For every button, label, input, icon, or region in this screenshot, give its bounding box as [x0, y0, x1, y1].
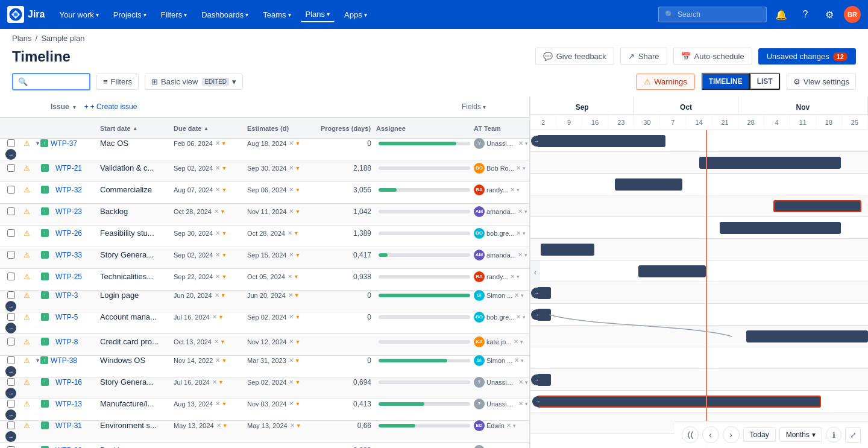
row-checkbox[interactable] — [4, 421, 18, 429]
issue-id[interactable]: WTP-31 — [51, 421, 99, 430]
row-checkbox[interactable] — [4, 251, 18, 259]
start-date-header[interactable]: Start date ▲ — [100, 125, 172, 132]
issue-id[interactable]: WTP-32 — [51, 186, 99, 194]
table-row[interactable]: ↑WTP-36Backlog3,889?Unassigned✕▾▾ — [0, 443, 529, 448]
timeline-bar[interactable]: → — [537, 309, 550, 321]
unsaved-changes-button[interactable]: Unsaved changes 12 — [758, 48, 856, 65]
table-row[interactable]: ⚠↑WTP-33Story Genera...Sep 02, 2024✕▼Sep… — [0, 247, 529, 269]
due-date-header[interactable]: Due date ▲ — [174, 125, 246, 132]
months-button[interactable]: Months ▾ — [779, 427, 822, 442]
list-tab[interactable]: LIST — [750, 73, 780, 90]
give-feedback-button[interactable]: 💬 Give feedback — [535, 48, 614, 65]
table-row[interactable]: ⚠↑WTP-13Manufacture/l...Aug 13, 2024✕▼No… — [0, 399, 529, 421]
nav-arrow[interactable]: → — [4, 301, 18, 312]
issue-id[interactable]: WTP-16 — [51, 378, 99, 386]
timeline-bar[interactable] — [615, 178, 682, 191]
timeline-bar[interactable]: → — [537, 287, 550, 299]
table-row[interactable]: ⚠▾↑WTP-38Windows OSNov 14, 2022✕▼Mar 31,… — [0, 356, 529, 377]
fields-button[interactable]: Fields ▾ — [462, 103, 476, 111]
timeline-bar[interactable]: → — [537, 135, 665, 147]
table-row[interactable]: ⚠▾↑WTP-37Mac OSFeb 06, 2024✕▼Aug 18, 202… — [0, 139, 529, 160]
nav-item-filters[interactable]: Filters ▾ — [156, 8, 192, 22]
nav-item-teams[interactable]: Teams ▾ — [258, 8, 295, 22]
breadcrumb-plan[interactable]: Sample plan — [41, 34, 84, 43]
auto-schedule-button[interactable]: 📅 Auto-schedule — [673, 48, 752, 65]
timeline-prev-prev-button[interactable]: ⟨⟨ — [682, 426, 699, 443]
nav-arrow[interactable]: → — [4, 409, 18, 420]
timeline-bar[interactable] — [746, 330, 868, 342]
nav-item-apps[interactable]: Apps ▾ — [339, 8, 372, 22]
issue-id[interactable]: WTP-13 — [51, 400, 99, 408]
filters-button[interactable]: ≡ Filters — [96, 74, 139, 90]
nav-arrow[interactable]: → — [4, 431, 18, 442]
row-checkbox[interactable] — [4, 313, 18, 321]
timeline-tab[interactable]: TIMELINE — [702, 73, 750, 90]
issue-id[interactable]: WTP-38 — [51, 356, 99, 365]
nav-arrow[interactable]: → — [4, 149, 18, 160]
issue-id[interactable]: WTP-26 — [51, 229, 99, 238]
timeline-prev-button[interactable]: ‹ — [702, 426, 719, 443]
table-row[interactable]: ⚠↑WTP-16Story Genera...Jul 16, 2024✕▼Sep… — [0, 377, 529, 399]
breadcrumb-plans[interactable]: Plans — [12, 34, 32, 43]
table-row[interactable]: ⚠↑WTP-8Credit card pro...Oct 13, 2024✕▼N… — [0, 334, 529, 356]
notifications-icon[interactable]: 🔔 — [772, 5, 791, 24]
sidebar-toggle[interactable]: ‹ — [530, 260, 540, 285]
row-checkbox[interactable] — [4, 400, 18, 408]
nav-logo[interactable]: Jira — [7, 6, 45, 23]
table-row[interactable]: ⚠↑WTP-21Validation & c...Sep 02, 2024✕▼S… — [0, 160, 529, 182]
settings-icon[interactable]: ⚙ — [820, 5, 839, 24]
timeline-bar[interactable] — [541, 244, 595, 256]
nav-arrow[interactable]: → — [4, 366, 18, 377]
row-checkbox[interactable] — [4, 338, 18, 345]
create-issue-button[interactable]: + + Create issue — [84, 103, 137, 111]
timeline-info-button[interactable]: ℹ — [826, 427, 841, 443]
issue-id[interactable]: WTP-3 — [51, 291, 99, 300]
issue-id[interactable]: WTP-21 — [51, 164, 99, 172]
nav-arrow[interactable]: → — [4, 388, 18, 399]
issue-id[interactable]: WTP-37 — [51, 139, 99, 148]
table-row[interactable]: ⚠↑WTP-32CommercializeAug 07, 2024✕▼Sep 0… — [0, 182, 529, 204]
table-row[interactable]: ⚠↑WTP-31Environment s...May 13, 2024✕▼Ma… — [0, 421, 529, 443]
issue-id[interactable]: WTP-8 — [51, 338, 99, 346]
table-row[interactable]: ⚠↑WTP-3Login pageJun 20, 2024✕▼Jun 20, 2… — [0, 291, 529, 312]
expand-button[interactable]: ▾↑ — [35, 356, 49, 364]
issue-id[interactable]: WTP-25 — [51, 273, 99, 281]
row-checkbox[interactable] — [4, 273, 18, 280]
issue-id[interactable]: WTP-23 — [51, 207, 99, 216]
issue-id[interactable]: WTP-5 — [51, 313, 99, 321]
table-row[interactable]: ⚠↑WTP-23BacklogOct 28, 2024✕▼Nov 11, 202… — [0, 204, 529, 226]
row-checkbox[interactable] — [4, 356, 18, 364]
avatar[interactable]: BR — [844, 6, 861, 23]
nav-item-projects[interactable]: Projects ▾ — [108, 8, 151, 22]
expand-button[interactable]: ▾↑ — [35, 139, 49, 147]
row-checkbox[interactable] — [4, 139, 18, 147]
search-input[interactable] — [31, 77, 80, 86]
timeline-bar[interactable] — [720, 222, 841, 234]
nav-search[interactable]: 🔍 Search — [658, 7, 767, 22]
today-button[interactable]: Today — [743, 427, 776, 442]
nav-item-plans[interactable]: Plans ▾ — [301, 7, 335, 22]
warnings-button[interactable]: ⚠ Warnings — [636, 74, 694, 90]
table-row[interactable]: ⚠↑WTP-26Feasibility stu...Sep 30, 2024✕▼… — [0, 226, 529, 247]
table-row[interactable]: ⚠↑WTP-25Technicalities...Sep 22, 2024✕▼O… — [0, 269, 529, 291]
view-settings-button[interactable]: ⚙ View settings — [787, 74, 856, 90]
timeline-bar[interactable]: → — [537, 396, 820, 408]
share-button[interactable]: ↗ Share — [620, 48, 667, 65]
timeline-bar[interactable] — [773, 200, 861, 212]
timeline-bar[interactable]: → — [537, 374, 550, 386]
row-checkbox[interactable] — [4, 291, 18, 299]
row-checkbox[interactable] — [4, 186, 18, 194]
timeline-bar[interactable] — [699, 157, 841, 169]
basic-view-button[interactable]: ⊞ Basic view EDITED ▾ — [145, 74, 243, 90]
row-checkbox[interactable] — [4, 378, 18, 386]
search-box[interactable]: 🔍 — [12, 73, 90, 90]
issue-id[interactable]: WTP-33 — [51, 251, 99, 259]
row-checkbox[interactable] — [4, 207, 18, 215]
nav-item-dashboards[interactable]: Dashboards ▾ — [197, 8, 253, 22]
estimates-header[interactable]: Estimates (d) — [247, 125, 319, 132]
help-icon[interactable]: ? — [796, 5, 815, 24]
nav-item-your-work[interactable]: Your work ▾ — [54, 8, 103, 22]
timeline-next-button[interactable]: › — [723, 426, 740, 443]
row-checkbox[interactable] — [4, 164, 18, 172]
table-row[interactable]: ⚠↑WTP-5Account mana...Jul 16, 2024✕▼Sep … — [0, 312, 529, 334]
